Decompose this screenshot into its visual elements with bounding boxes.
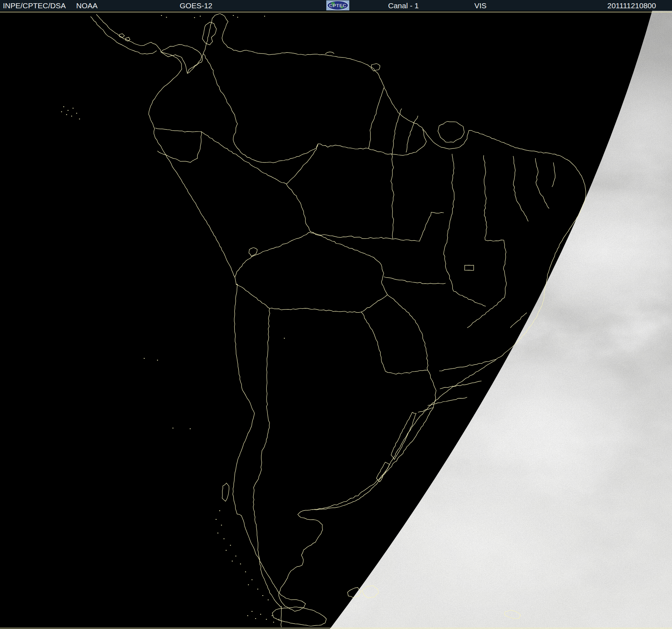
small-island-mark xyxy=(194,17,195,18)
small-island-mark xyxy=(157,360,158,361)
small-island-mark xyxy=(221,525,222,525)
small-island-mark xyxy=(66,114,67,115)
small-island-mark xyxy=(61,111,62,112)
channel-label: Canal - 1 xyxy=(388,0,419,11)
small-island-mark xyxy=(268,600,269,600)
small-island-mark xyxy=(76,113,77,114)
small-island-mark xyxy=(79,119,80,119)
small-island-mark xyxy=(217,533,218,533)
small-island-mark xyxy=(257,589,258,589)
small-island-mark xyxy=(230,545,231,546)
small-island-mark xyxy=(260,614,261,615)
small-island-mark xyxy=(240,564,241,564)
small-island-mark xyxy=(190,428,191,429)
small-island-mark xyxy=(71,116,72,116)
small-island-mark xyxy=(273,622,274,623)
small-island-mark xyxy=(144,358,145,359)
small-island-mark xyxy=(284,338,285,339)
small-island-mark xyxy=(255,618,256,619)
small-island-mark xyxy=(219,510,220,511)
logo-text: CPTEC xyxy=(329,3,346,8)
small-island-mark xyxy=(235,556,236,556)
small-island-mark xyxy=(266,619,267,620)
small-island-mark xyxy=(232,561,233,561)
small-island-mark xyxy=(237,17,238,18)
satellite-label: GOES-12 xyxy=(180,0,212,11)
small-island-mark xyxy=(216,519,217,520)
org-label: NOAA xyxy=(76,0,98,11)
small-island-mark xyxy=(172,428,174,428)
header-bar: INPE/CPTEC/DSA NOAA GOES-12 CPTEC Canal … xyxy=(0,0,672,11)
small-island-mark xyxy=(248,584,249,585)
satellite-map xyxy=(0,0,672,629)
small-island-mark xyxy=(200,16,201,17)
small-island-mark xyxy=(73,108,74,109)
small-island-mark xyxy=(224,538,225,539)
small-island-mark xyxy=(63,106,64,107)
small-island-mark xyxy=(226,550,227,551)
agency-label: INPE/CPTEC/DSA xyxy=(3,0,66,11)
small-island-mark xyxy=(161,15,162,16)
satellite-image-viewer: INPE/CPTEC/DSA NOAA GOES-12 CPTEC Canal … xyxy=(0,0,672,629)
small-island-mark xyxy=(68,110,69,111)
timestamp-label: 201111210800 xyxy=(607,0,656,11)
small-island-mark xyxy=(245,571,246,572)
small-island-mark xyxy=(262,595,263,596)
cptec-logo: CPTEC xyxy=(326,0,349,10)
band-label: VIS xyxy=(474,0,487,11)
small-island-mark xyxy=(233,15,234,16)
small-island-mark xyxy=(279,619,280,620)
small-island-mark xyxy=(272,615,273,616)
small-island-mark xyxy=(264,16,265,17)
small-island-mark xyxy=(252,579,253,580)
small-island-mark xyxy=(166,17,167,18)
small-island-mark xyxy=(252,611,253,612)
small-island-mark xyxy=(247,615,248,616)
